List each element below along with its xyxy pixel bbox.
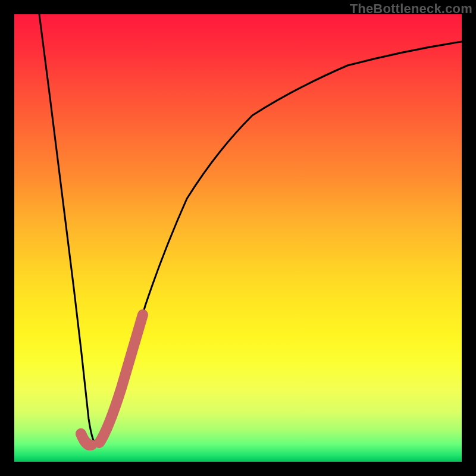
bottleneck-curve (39, 14, 462, 445)
chart-svg (14, 14, 462, 462)
watermark-text: TheBottleneck.com (350, 1, 472, 17)
chart-plot-area (14, 14, 462, 462)
highlighted-range-hook (81, 434, 92, 445)
chart-frame: TheBottleneck.com (0, 0, 476, 476)
